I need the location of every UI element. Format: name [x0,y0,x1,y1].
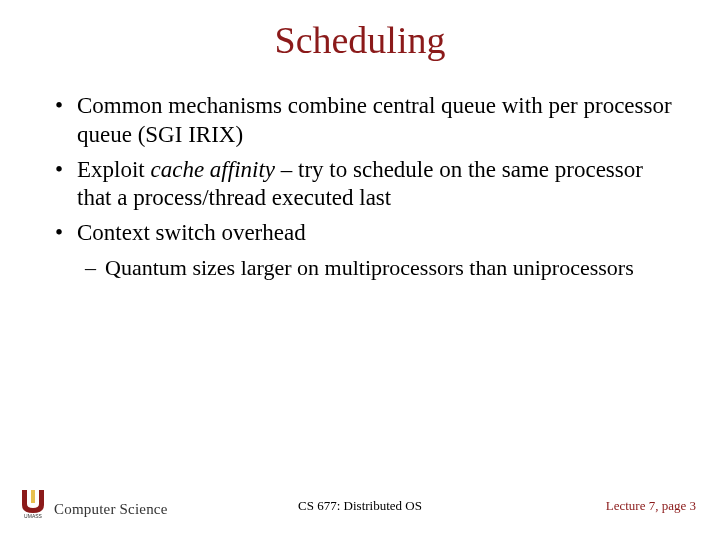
department-label: Computer Science [54,501,168,518]
emphasis: cache affinity [150,157,275,182]
slide-body: Common mechanisms combine central queue … [0,62,720,281]
bullet-list: Common mechanisms combine central queue … [55,92,680,281]
text-fragment: Exploit [77,157,150,182]
svg-rect-0 [31,490,35,503]
slide-title: Scheduling [0,0,720,62]
bullet-item: Context switch overhead Quantum sizes la… [55,219,680,281]
logo-block: UMASS Computer Science [18,488,168,518]
footer: UMASS Computer Science CS 677: Distribut… [0,482,720,518]
svg-text:UMASS: UMASS [24,513,42,519]
bullet-item: Common mechanisms combine central queue … [55,92,680,150]
text-fragment: Context switch overhead [77,220,306,245]
sub-bullet-list: Quantum sizes larger on multiprocessors … [77,254,680,282]
slide: Scheduling Common mechanisms combine cen… [0,0,720,540]
umass-logo-icon: UMASS [18,488,48,518]
lecture-label: Lecture 7, page 3 [606,498,696,514]
sub-bullet-item: Quantum sizes larger on multiprocessors … [79,254,680,282]
bullet-item: Exploit cache affinity – try to schedule… [55,156,680,214]
course-label: CS 677: Distributed OS [298,498,422,514]
